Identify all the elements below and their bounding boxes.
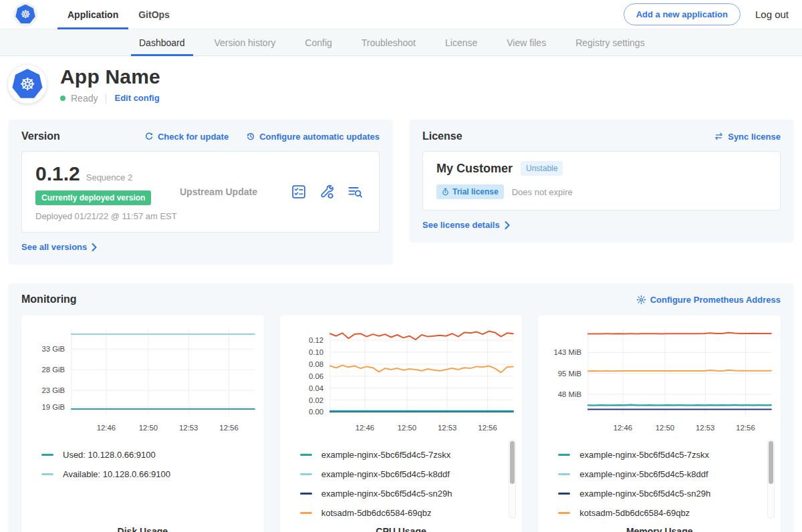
disk-usage-chart-card: 19 GiB23 GiB28 GiB33 GiB12:4612:5012:531… [21,315,264,532]
chart-title: Memory Usage [538,526,781,532]
clock-refresh-icon [246,132,255,141]
svg-text:19 GiB: 19 GiB [41,403,65,411]
legend-color-dash [558,473,570,475]
legend-scrollbar[interactable] [767,440,775,519]
legend-label: example-nginx-5bc6f5d4c5-k8ddf [579,469,708,479]
legend-color-dash [300,454,312,456]
sub-tab-registry-settings[interactable]: Registry settings [561,29,659,55]
svg-text:12:50: 12:50 [656,424,674,432]
main-tabs: ApplicationGitOps [57,0,180,29]
svg-text:12:46: 12:46 [97,424,116,432]
status-dot [60,96,65,101]
legend-label: kotsadm-5db6dc6584-69qbz [579,508,690,518]
configure-prometheus-link[interactable]: Configure Prometheus Address [636,295,781,305]
svg-text:0.06: 0.06 [309,372,323,380]
legend-color-dash [300,493,312,495]
logout-button[interactable]: Log out [755,9,789,20]
divider [106,94,106,103]
app-logo: ☸ [8,65,47,104]
refresh-icon [144,132,154,141]
configure-automatic-updates-link[interactable]: Configure automatic updates [246,132,380,142]
top-nav-right: Add a new application Log out [624,0,789,29]
memory-usage-legend: example-nginx-5bc6f5d4c5-7zskxexample-ng… [558,445,781,523]
license-type-badge: Trial license [436,184,504,199]
legend-item: Available: 10.128.0.66:9100 [41,464,264,484]
license-expiry: Does not expire [512,187,573,197]
svg-text:12:46: 12:46 [355,424,374,432]
sub-tab-view-files[interactable]: View files [492,29,561,55]
legend-color-dash [558,454,570,456]
chart-title: Disk Usage [21,526,264,532]
monitoring-section: Monitoring Configure Prometheus Address … [8,283,794,532]
top-nav: ☸ ApplicationGitOps Add a new applicatio… [0,0,802,29]
app-sub-nav: DashboardVersion historyConfigTroublesho… [0,29,802,56]
see-license-details-link[interactable]: See license details [422,220,510,230]
legend-color-dash [558,512,570,514]
channel-badge: Unstable [521,161,563,176]
svg-text:12:56: 12:56 [219,424,238,432]
current-version-panel: 0.1.2 Sequence 2 Currently deployed vers… [21,151,380,233]
kubernetes-wheel-icon: ☸ [20,9,30,20]
legend-color-dash [41,454,53,456]
monitoring-title: Monitoring [21,293,77,305]
legend-item: kotsadm-5db6dc6584-69qbz [300,503,523,523]
svg-text:0.02: 0.02 [309,396,323,404]
main-tab-gitops[interactable]: GitOps [128,0,180,29]
config-wrench-icon[interactable] [319,184,335,200]
svg-text:0.08: 0.08 [309,360,323,368]
svg-text:23 GiB: 23 GiB [41,386,65,394]
deploy-logs-icon[interactable] [347,184,363,200]
main-tab-application[interactable]: Application [57,0,128,29]
edit-config-link[interactable]: Edit config [114,93,159,103]
memory-usage-chart-card: 48 MiB95 MiB143 MiB12:4612:5012:5312:56 … [538,315,781,532]
status-text: Ready [71,93,98,104]
cpu-usage-legend: example-nginx-5bc6f5d4c5-7zskxexample-ng… [300,445,523,523]
svg-text:28 GiB: 28 GiB [41,366,65,374]
svg-text:0.12: 0.12 [309,336,323,344]
svg-text:12:50: 12:50 [397,424,416,432]
see-all-versions-link[interactable]: See all versions [21,242,97,252]
sub-tab-license[interactable]: License [430,29,492,55]
legend-label: example-nginx-5bc6f5d4c5-7zskx [579,450,709,460]
cpu-usage-chart: 0.000.020.040.060.080.100.1212:4612:5012… [280,321,523,436]
deployed-timestamp: Deployed 01/21/22 @ 11:57 am EST [35,211,180,221]
page-title: App Name [60,65,160,88]
scrollbar-thumb[interactable] [769,441,773,484]
legend-scrollbar[interactable] [509,440,516,519]
svg-text:12:50: 12:50 [139,424,158,432]
svg-text:12:53: 12:53 [438,424,456,432]
kubernetes-logo: ☸ [13,3,37,27]
legend-label: Available: 10.128.0.66:9100 [63,469,170,479]
app-status-row: Ready Edit config [60,93,160,104]
app-logo-heptagon: ☸ [12,69,43,100]
chart-title: CPU Usage [280,526,523,532]
legend-item: example-nginx-5bc6f5d4c5-7zskx [300,445,523,464]
legend-item: example-nginx-5bc6f5d4c5-sn29h [300,484,523,503]
kubernetes-heptagon: ☸ [15,5,35,25]
chevron-right-icon [92,243,97,251]
sync-arrows-icon [714,132,724,141]
check-for-update-link[interactable]: Check for update [144,132,229,142]
svg-text:0.10: 0.10 [309,348,323,356]
version-card-title: Version [21,130,60,142]
sync-license-link[interactable]: Sync license [714,132,781,142]
legend-label: example-nginx-5bc6f5d4c5-sn29h [321,489,452,499]
legend-label: example-nginx-5bc6f5d4c5-sn29h [579,489,710,499]
sub-tab-troubleshoot[interactable]: Troubleshoot [347,29,430,55]
svg-text:48 MiB: 48 MiB [558,390,581,398]
sub-tab-config[interactable]: Config [290,29,346,55]
add-application-button[interactable]: Add a new application [624,3,741,25]
gear-icon [636,295,646,305]
svg-text:0.04: 0.04 [309,384,324,392]
legend-item: example-nginx-5bc6f5d4c5-sn29h [558,484,781,503]
svg-text:95 MiB: 95 MiB [558,370,581,378]
scrollbar-thumb[interactable] [510,441,515,484]
license-card: License Sync license My Customer Unstabl… [409,120,794,243]
version-sequence: Sequence 2 [86,172,132,182]
sub-tab-dashboard[interactable]: Dashboard [124,29,200,55]
version-source: Upstream Update [180,186,257,197]
svg-text:143 MiB: 143 MiB [554,348,582,356]
release-notes-icon[interactable] [291,184,307,200]
legend-item: example-nginx-5bc6f5d4c5-7zskx [558,445,781,464]
sub-tab-version-history[interactable]: Version history [200,29,291,55]
